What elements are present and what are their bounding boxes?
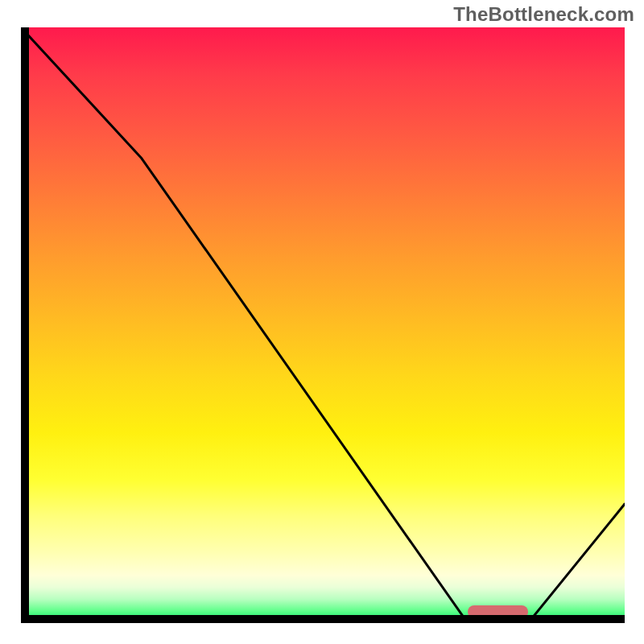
minimum-region-bar — [468, 605, 528, 618]
bottleneck-curve — [21, 27, 625, 623]
watermark-text: TheBottleneck.com — [453, 3, 634, 26]
chart-container: TheBottleneck.com — [0, 0, 644, 644]
